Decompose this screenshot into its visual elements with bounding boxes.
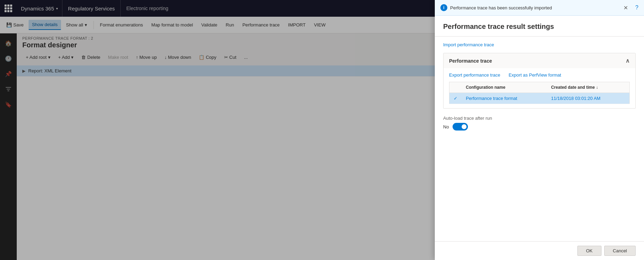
perf-links: Export performance trace Export as PerfV… xyxy=(449,72,630,78)
auto-load-toggle-knob xyxy=(462,124,467,129)
panel-body: Import performance trace Performance tra… xyxy=(435,37,644,241)
table-row[interactable]: ✓ Performance trace format 11/18/2018 03… xyxy=(449,93,630,104)
panel-footer: OK Cancel xyxy=(435,241,644,260)
export-perfview-link[interactable]: Export as PerfView format xyxy=(509,72,561,78)
config-name-header-label: Configuration name xyxy=(466,85,505,90)
cancel-button[interactable]: Cancel xyxy=(604,246,636,256)
ok-button[interactable]: OK xyxy=(577,246,601,256)
auto-load-label: Auto-load trace after run xyxy=(443,116,636,121)
performance-trace-section: Performance trace ∧ Export performance t… xyxy=(443,53,636,109)
collapse-icon: ∧ xyxy=(626,57,630,64)
perf-section-body: Export performance trace Export as PerfV… xyxy=(444,68,635,108)
auto-load-toggle[interactable] xyxy=(453,123,468,131)
side-panel: i Performance trace has been successfull… xyxy=(435,0,644,260)
panel-info-content: i Performance trace has been successfull… xyxy=(440,4,552,11)
auto-load-value: No xyxy=(443,124,449,129)
info-message: Performance trace has been successfully … xyxy=(450,5,552,10)
config-name-link[interactable]: Performance trace format xyxy=(466,96,517,101)
perf-trace-table: Configuration name Created date and time… xyxy=(449,82,630,104)
table-cell-check: ✓ xyxy=(449,93,462,104)
panel-info-bar: i Performance trace has been successfull… xyxy=(435,0,644,16)
help-icon[interactable]: ? xyxy=(635,5,638,11)
auto-load-row: No xyxy=(443,123,636,131)
info-icon: i xyxy=(440,4,447,11)
perf-section-title: Performance trace xyxy=(449,58,492,64)
perf-section-header[interactable]: Performance trace ∧ xyxy=(444,53,635,68)
created-date-header[interactable]: Created date and time ↓ xyxy=(547,82,629,93)
created-date-header-label: Created date and time xyxy=(551,85,594,90)
panel-title: Performance trace result settings xyxy=(435,16,644,37)
import-performance-trace-link[interactable]: Import performance trace xyxy=(443,42,494,47)
panel-close-button[interactable]: ✕ xyxy=(621,3,630,12)
table-cell-config-name: Performance trace format xyxy=(462,93,547,104)
table-header-row: Configuration name Created date and time… xyxy=(449,82,630,93)
config-name-header[interactable]: Configuration name xyxy=(462,82,547,93)
sort-arrow: ↓ xyxy=(596,85,598,90)
export-performance-trace-link[interactable]: Export performance trace xyxy=(449,72,500,78)
auto-load-section: Auto-load trace after run No xyxy=(443,116,636,131)
table-cell-created-date: 11/18/2018 03:01:20 AM xyxy=(547,93,629,104)
checkbox-col-header xyxy=(449,82,462,93)
